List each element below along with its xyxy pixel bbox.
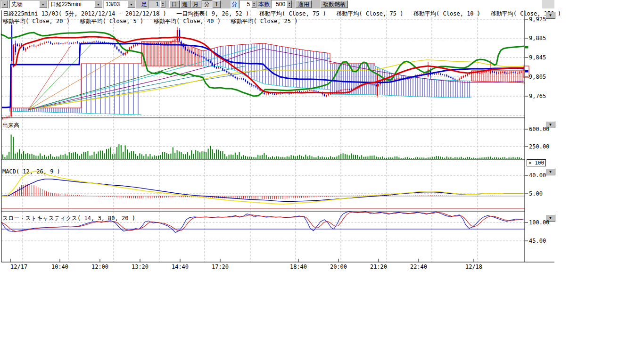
ichimoku-cloud: [9, 41, 525, 115]
chart-title-line2: 移動平均( Close, 20 ) 移動平均( Close, 5 ) 移動平均(…: [3, 17, 297, 25]
chart-area: 日経225mini 13/03( 5分, 2012/12/14 - 2012/1…: [0, 0, 644, 283]
y-axis-tick-label: 600.00: [529, 126, 549, 132]
chevron-down-icon: ▼: [549, 170, 553, 174]
y-axis-tick-label: 5.00: [529, 190, 543, 197]
y-axis-tick-label: 9,885: [529, 35, 546, 41]
y-axis-tick-label: 9,845: [529, 54, 546, 61]
y-axis-tick-label: 45.00: [529, 238, 546, 244]
x-axis-tick-label: 18:40: [287, 263, 310, 270]
macd-panel-label: MACD( 12, 26, 9 ): [2, 168, 60, 175]
price-axis-dropdown-button[interactable]: ▼: [545, 12, 555, 19]
y-axis-tick-label: 9,805: [529, 74, 546, 80]
chart-canvas[interactable]: [0, 0, 644, 283]
volume-panel-label: 出来高: [2, 122, 19, 130]
x-axis-tick-label: 14:40: [169, 263, 191, 270]
y-axis-tick-label: 250.00: [529, 143, 549, 150]
y-axis-tick-label: 9,925: [529, 16, 546, 23]
macd-panel: [1, 171, 525, 204]
chart-application-window: ▼ 先物 ▼ 日経225mini ▼ 13/03 ▼ 足 1 ▲▼ 日 週 月 …: [0, 0, 644, 362]
x-axis-tick-label: 13:20: [129, 263, 151, 270]
volume-multiplier-badge: × 100: [527, 159, 546, 166]
chevron-down-icon: ▼: [549, 14, 553, 17]
y-axis-tick-label: 100.00: [529, 219, 549, 226]
chart-title-line1: 日経225mini 13/03( 5分, 2012/12/14 - 2012/1…: [3, 10, 561, 18]
x-axis-tick-label: 17:20: [209, 263, 231, 270]
x-axis-tick-label: 21:20: [367, 263, 390, 270]
axis-ticks: [10, 19, 528, 262]
macd-axis-dropdown-button[interactable]: ▼: [545, 168, 555, 175]
x-axis-tick-label: 12/18: [462, 263, 485, 270]
y-axis-tick-label: 9,765: [529, 93, 546, 99]
x-axis-tick-label: 10:40: [49, 263, 71, 270]
stochastics-panel-label: スロー・ストキャスティクス( 14, 3, 80, 20 ): [2, 214, 135, 222]
x-axis-tick-label: 20:00: [327, 263, 350, 270]
x-axis-tick-label: 22:40: [407, 263, 430, 270]
x-axis-tick-label: 12:00: [89, 263, 111, 270]
x-axis-tick-label: 12/17: [10, 263, 33, 270]
y-axis-tick-label: 40.00: [529, 172, 546, 179]
